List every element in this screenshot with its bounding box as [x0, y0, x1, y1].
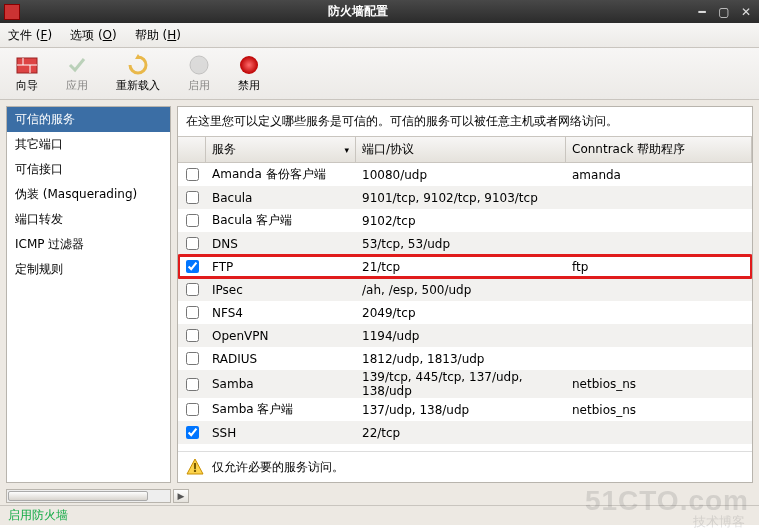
cell-service: Bacula [206, 191, 356, 205]
menu-file[interactable]: 文件 (F) [8, 27, 52, 44]
table-row[interactable]: FTP21/tcpftp [178, 255, 752, 278]
cell-port: 10080/udp [356, 168, 566, 182]
sidebar: 可信的服务其它端口可信接口伪装 (Masquerading)端口转发ICMP 过… [6, 106, 171, 483]
sidebar-item[interactable]: 可信接口 [7, 157, 170, 182]
service-checkbox[interactable] [186, 403, 199, 416]
minimize-button[interactable]: ━ [693, 4, 711, 20]
enable-icon [188, 54, 210, 76]
table-row[interactable]: RADIUS1812/udp, 1813/udp [178, 347, 752, 370]
reload-button[interactable]: 重新载入 [110, 52, 166, 95]
main-body: 可信的服务其它端口可信接口伪装 (Masquerading)端口转发ICMP 过… [0, 100, 759, 489]
table-row[interactable]: Amanda 备份客户端10080/udpamanda [178, 163, 752, 186]
cell-port: /ah, /esp, 500/udp [356, 283, 566, 297]
warning-text: 仅允许必要的服务访问。 [212, 459, 344, 476]
table-body[interactable]: Amanda 备份客户端10080/udpamandaBacula9101/tc… [178, 163, 752, 451]
cell-conntrack: netbios_ns [566, 403, 752, 417]
service-checkbox[interactable] [186, 168, 199, 181]
cell-service: RADIUS [206, 352, 356, 366]
table-row[interactable]: Samba 客户端137/udp, 138/udpnetbios_ns [178, 398, 752, 421]
sidebar-item[interactable]: 定制规则 [7, 257, 170, 282]
cell-service: Samba [206, 377, 356, 391]
table-row[interactable]: OpenVPN1194/udp [178, 324, 752, 347]
table-row[interactable]: Bacula 客户端9102/tcp [178, 209, 752, 232]
service-checkbox[interactable] [186, 191, 199, 204]
panel-caption: 在这里您可以定义哪些服务是可信的。可信的服务可以被任意主机或者网络访问。 [178, 107, 752, 136]
sidebar-item[interactable]: ICMP 过滤器 [7, 232, 170, 257]
hscroll-thumb[interactable] [8, 491, 148, 501]
cell-port: 1194/udp [356, 329, 566, 343]
service-checkbox[interactable] [186, 306, 199, 319]
cell-port: 139/tcp, 445/tcp, 137/udp, 138/udp [356, 370, 566, 398]
window-title: 防火墙配置 [26, 3, 689, 20]
cell-service: SSH [206, 426, 356, 440]
sidebar-item[interactable]: 其它端口 [7, 132, 170, 157]
cell-port: 9101/tcp, 9102/tcp, 9103/tcp [356, 191, 566, 205]
svg-point-5 [240, 56, 258, 74]
disable-icon [238, 54, 260, 76]
table-row[interactable]: SSH22/tcp [178, 421, 752, 444]
sidebar-hscroll: ▶ [0, 489, 759, 505]
wizard-button[interactable]: 向导 [10, 52, 44, 95]
cell-port: 21/tcp [356, 260, 566, 274]
toolbar: 向导 应用 重新载入 启用 禁用 [0, 48, 759, 100]
cell-service: NFS4 [206, 306, 356, 320]
enable-button: 启用 [182, 52, 216, 95]
cell-service: FTP [206, 260, 356, 274]
table-row[interactable]: DNS53/tcp, 53/udp [178, 232, 752, 255]
cell-service: Samba 客户端 [206, 401, 356, 418]
app-icon [4, 4, 20, 20]
cell-service: IPsec [206, 283, 356, 297]
col-service[interactable]: 服务▾ [206, 137, 356, 162]
service-checkbox[interactable] [186, 237, 199, 250]
warning-icon: ! [186, 458, 204, 476]
col-conntrack[interactable]: Conntrack 帮助程序 [566, 137, 752, 162]
sort-desc-icon: ▾ [344, 145, 349, 155]
close-button[interactable]: ✕ [737, 4, 755, 20]
menu-options[interactable]: 选项 (O) [70, 27, 117, 44]
cell-service: Amanda 备份客户端 [206, 166, 356, 183]
warning-bar: ! 仅允许必要的服务访问。 [178, 451, 752, 482]
service-checkbox[interactable] [186, 283, 199, 296]
menubar: 文件 (F) 选项 (O) 帮助 (H) [0, 23, 759, 48]
cell-port: 9102/tcp [356, 214, 566, 228]
table-row[interactable]: Samba139/tcp, 445/tcp, 137/udp, 138/udpn… [178, 370, 752, 398]
sidebar-item[interactable]: 可信的服务 [7, 107, 170, 132]
cell-service: OpenVPN [206, 329, 356, 343]
col-check[interactable] [178, 137, 206, 162]
table-header: 服务▾ 端口/协议 Conntrack 帮助程序 [178, 136, 752, 163]
col-port[interactable]: 端口/协议 [356, 137, 566, 162]
cell-port: 137/udp, 138/udp [356, 403, 566, 417]
main-panel: 在这里您可以定义哪些服务是可信的。可信的服务可以被任意主机或者网络访问。 服务▾… [177, 106, 753, 483]
cell-conntrack: netbios_ns [566, 377, 752, 391]
sidebar-item[interactable]: 端口转发 [7, 207, 170, 232]
service-checkbox[interactable] [186, 329, 199, 342]
cell-conntrack: ftp [566, 260, 752, 274]
table-row[interactable]: Bacula9101/tcp, 9102/tcp, 9103/tcp [178, 186, 752, 209]
apply-button: 应用 [60, 52, 94, 95]
service-checkbox[interactable] [186, 214, 199, 227]
svg-point-4 [190, 56, 208, 74]
reload-icon [127, 54, 149, 76]
table-row[interactable]: NFS42049/tcp [178, 301, 752, 324]
hscroll-right[interactable]: ▶ [173, 489, 189, 503]
disable-button[interactable]: 禁用 [232, 52, 266, 95]
cell-port: 53/tcp, 53/udp [356, 237, 566, 251]
service-checkbox[interactable] [186, 260, 199, 273]
service-checkbox[interactable] [186, 378, 199, 391]
status-text: 启用防火墙 [8, 507, 68, 524]
service-checkbox[interactable] [186, 352, 199, 365]
cell-port: 2049/tcp [356, 306, 566, 320]
cell-service: DNS [206, 237, 356, 251]
service-checkbox[interactable] [186, 426, 199, 439]
firewall-icon [16, 54, 38, 76]
status-bar: 启用防火墙 [0, 505, 759, 525]
menu-help[interactable]: 帮助 (H) [135, 27, 181, 44]
table-row[interactable]: IPsec/ah, /esp, 500/udp [178, 278, 752, 301]
cell-service: Bacula 客户端 [206, 212, 356, 229]
cell-conntrack: amanda [566, 168, 752, 182]
svg-text:!: ! [192, 461, 197, 475]
sidebar-item[interactable]: 伪装 (Masquerading) [7, 182, 170, 207]
maximize-button[interactable]: ▢ [715, 4, 733, 20]
checkmark-icon [66, 54, 88, 76]
hscroll-track[interactable] [6, 489, 171, 503]
